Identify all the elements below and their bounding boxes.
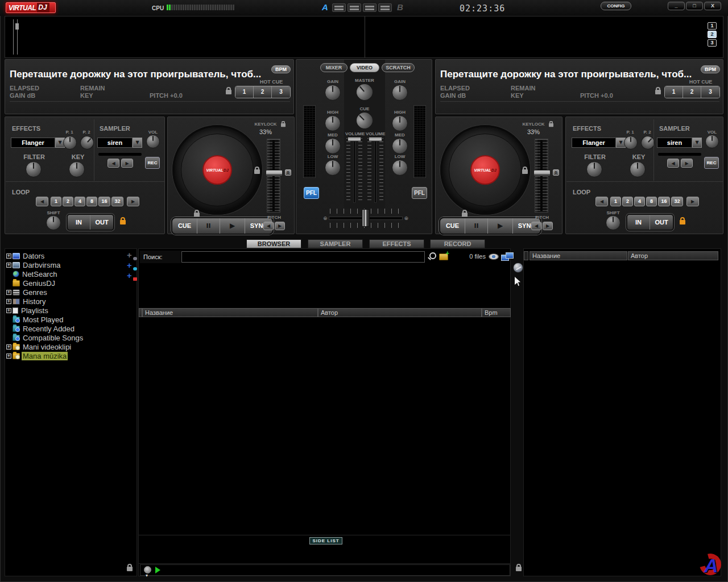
loop-shift-knob[interactable] xyxy=(46,215,61,230)
hot-cue-button-2[interactable]: 2 xyxy=(683,86,701,98)
effect-select[interactable]: Flanger ▼ xyxy=(11,138,65,148)
sampler-next-button[interactable]: ▶ xyxy=(681,159,693,168)
expander-icon[interactable]: + xyxy=(6,253,11,259)
sampler-prev-button[interactable]: ◀ xyxy=(107,159,119,168)
tree-item-compatible-songs[interactable]: + Compatible Songs xyxy=(6,333,123,342)
playlist-lock-icon[interactable] xyxy=(516,567,522,571)
tab-video[interactable]: VIDEO xyxy=(350,63,379,72)
waveform-zoom-button-1[interactable]: 1 xyxy=(708,22,717,30)
volume-fader-handle[interactable] xyxy=(369,137,382,142)
loop-out-button[interactable]: OUT xyxy=(90,215,113,230)
loop-double-button[interactable]: ▶ xyxy=(686,197,699,206)
expander-icon[interactable]: + xyxy=(6,308,11,313)
column-header-name[interactable]: Название xyxy=(530,251,627,260)
waveform-zoom-button-2[interactable]: 2 xyxy=(708,31,717,38)
sampler-select[interactable]: siren ▼ xyxy=(657,138,702,148)
effect-param1-knob[interactable] xyxy=(624,136,638,149)
loop-out-button[interactable]: OUT xyxy=(650,215,673,230)
loop-1-button[interactable]: 1 xyxy=(610,197,621,206)
loop-1-button[interactable]: 1 xyxy=(51,197,61,206)
pitch-lock-icon[interactable] xyxy=(522,169,528,174)
loop-16-button[interactable]: 16 xyxy=(98,197,110,206)
sidelist-lock-icon[interactable] xyxy=(127,567,133,571)
add-filter-folder-button[interactable]: + xyxy=(127,272,137,281)
tree-item-mani-videoklipi[interactable]: + Mani videoklipi xyxy=(6,342,123,351)
pitch-zero-button[interactable]: 0 xyxy=(553,169,559,176)
sampler-next-button[interactable]: ▶ xyxy=(121,159,133,168)
loop-lock-icon[interactable] xyxy=(120,220,126,225)
crossfader-handle[interactable] xyxy=(362,209,370,227)
expander-icon[interactable]: + xyxy=(6,263,11,268)
add-smart-folder-button[interactable]: + xyxy=(127,261,137,271)
lock-icon[interactable] xyxy=(226,90,231,94)
loop-32-button[interactable]: 32 xyxy=(111,197,123,206)
play-button[interactable]: ▶ xyxy=(488,218,513,234)
loop-half-button[interactable]: ◀ xyxy=(36,197,48,206)
med-knob-right[interactable] xyxy=(392,138,408,154)
cue-button[interactable]: CUE xyxy=(172,218,197,234)
play-button[interactable]: ▶ xyxy=(220,218,245,234)
filter-knob[interactable] xyxy=(26,161,42,177)
pause-button[interactable]: II xyxy=(465,218,488,234)
loop-shift-knob[interactable] xyxy=(606,215,621,230)
volume-fader-right[interactable] xyxy=(367,137,383,205)
pitch-bend-minus-button[interactable]: ◀ xyxy=(531,222,541,230)
deck-a-jog-wheel[interactable]: VIRTUALDJ xyxy=(172,125,262,215)
deck-a-bpm-button[interactable]: BPM xyxy=(271,65,291,73)
loop-2-button[interactable]: 2 xyxy=(63,197,73,206)
pitch-lock-icon[interactable] xyxy=(254,169,260,174)
netsearch-sphere-icon[interactable] xyxy=(513,263,523,273)
tree-item-genres[interactable]: + Genres xyxy=(6,288,123,297)
loop-16-button[interactable]: 16 xyxy=(658,197,670,206)
pitch-zero-button[interactable]: 0 xyxy=(285,169,291,176)
tree-item-darbvirsma[interactable]: + Darbvirsma xyxy=(6,260,123,269)
keylock-lock-icon[interactable] xyxy=(281,123,286,127)
jog-lock-icon[interactable] xyxy=(462,213,468,217)
column-header-name[interactable]: Название xyxy=(142,308,318,317)
tree-item-dators[interactable]: + Dators xyxy=(6,251,123,260)
effect-param1-knob[interactable] xyxy=(63,136,77,149)
loop-2-button[interactable]: 2 xyxy=(622,197,633,206)
filter-knob[interactable] xyxy=(586,161,602,177)
effect-param2-knob[interactable] xyxy=(638,133,657,152)
hot-cue-button-1[interactable]: 1 xyxy=(665,86,683,98)
sampler-volume-knob[interactable] xyxy=(146,135,160,148)
pitch-bend-plus-button[interactable]: ▶ xyxy=(543,222,553,230)
high-knob-right[interactable] xyxy=(392,115,408,131)
tree-item-most-played[interactable]: + Most Played xyxy=(6,315,123,324)
effect-select[interactable]: Flanger ▼ xyxy=(572,138,626,148)
loop-4-button[interactable]: 4 xyxy=(75,197,85,206)
loop-double-button[interactable]: ▶ xyxy=(127,197,139,206)
minimize-button[interactable]: _ xyxy=(668,2,685,10)
close-button[interactable]: X xyxy=(704,2,721,10)
volume-fader-left[interactable] xyxy=(346,137,362,205)
gain-knob-right[interactable] xyxy=(392,85,408,101)
column-header-author[interactable]: Автор xyxy=(318,308,482,317)
pfl-button-left[interactable]: PFL xyxy=(304,187,319,199)
tab-scratch[interactable]: SCRATCH xyxy=(382,63,415,72)
volume-fader-handle[interactable] xyxy=(348,137,361,142)
loop-8-button[interactable]: 8 xyxy=(86,197,97,206)
waveform-zoom-button-3[interactable]: 3 xyxy=(708,39,717,47)
pitch-slider-handle[interactable] xyxy=(533,170,551,176)
keylock-lock-icon[interactable] xyxy=(549,123,553,127)
loop-in-button[interactable]: IN xyxy=(627,215,650,230)
maximize-button[interactable]: □ xyxy=(686,2,703,10)
column-header-bpm[interactable]: Bpm xyxy=(482,308,511,317)
pitch-slider-handle[interactable] xyxy=(266,170,283,176)
chevron-down-icon[interactable]: ▼ xyxy=(692,138,702,148)
med-knob-left[interactable] xyxy=(325,138,341,154)
lock-icon[interactable] xyxy=(655,90,661,94)
deck-b-bpm-button[interactable]: BPM xyxy=(701,65,720,73)
tree-item-mana-muzika[interactable]: + Mana mūzika xyxy=(6,351,123,360)
jog-lock-icon[interactable] xyxy=(194,213,200,217)
add-folder-icon[interactable] xyxy=(439,253,448,260)
low-knob-left[interactable] xyxy=(325,160,341,176)
pfl-button-right[interactable]: PFL xyxy=(412,187,427,199)
gain-knob-left[interactable] xyxy=(325,85,341,101)
wave-view-button-1[interactable] xyxy=(332,3,346,12)
column-header-author[interactable]: Автор xyxy=(628,251,718,260)
hot-cue-button-3[interactable]: 3 xyxy=(272,86,290,98)
waveform-display[interactable]: 1 2 3 xyxy=(5,16,723,58)
high-knob-left[interactable] xyxy=(325,115,341,131)
